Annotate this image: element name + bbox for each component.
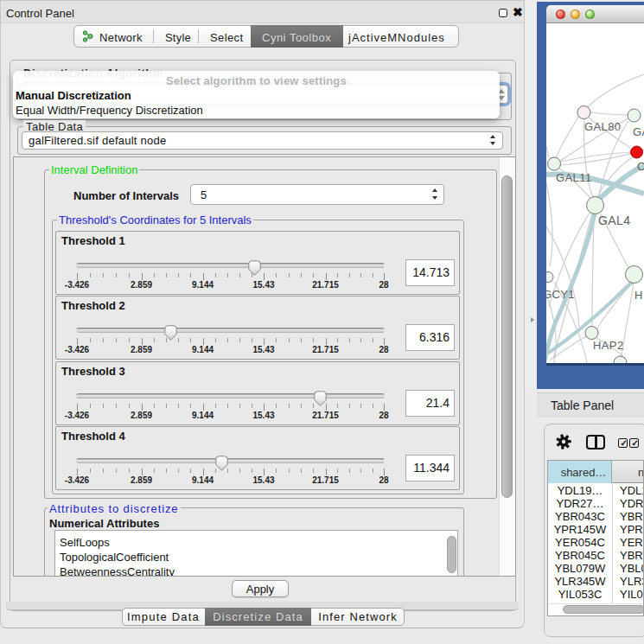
svg-text:GA: GA [633, 125, 644, 138]
svg-text:GCY1: GCY1 [546, 288, 575, 301]
svg-text:HAP2: HAP2 [593, 339, 624, 352]
svg-text:GAL4: GAL4 [598, 214, 630, 227]
svg-text:C: C [637, 160, 644, 173]
svg-text:H: H [634, 289, 643, 302]
svg-text:GAL11: GAL11 [556, 171, 592, 184]
svg-text:GAL80: GAL80 [584, 120, 621, 133]
